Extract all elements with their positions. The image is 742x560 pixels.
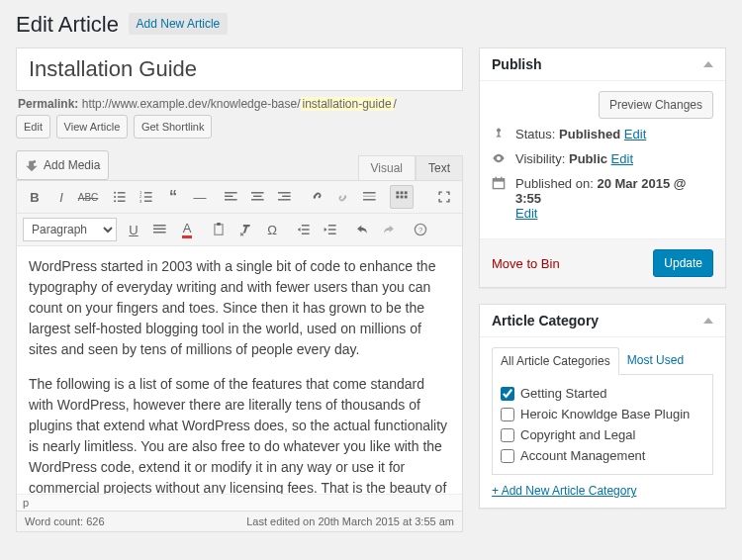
add-media-button[interactable]: Add Media <box>16 150 109 180</box>
svg-rect-24 <box>363 199 376 200</box>
undo-icon[interactable] <box>350 218 374 241</box>
publish-heading[interactable]: Publish <box>480 48 725 81</box>
svg-rect-47 <box>501 177 502 181</box>
category-heading[interactable]: Article Category <box>480 305 725 337</box>
svg-rect-39 <box>328 225 336 226</box>
add-new-category-link[interactable]: + Add New Article Category <box>492 484 636 498</box>
svg-rect-41 <box>328 233 336 234</box>
tab-most-used[interactable]: Most Used <box>619 347 692 374</box>
svg-rect-35 <box>217 223 221 226</box>
svg-rect-17 <box>253 196 261 197</box>
paste-text-icon[interactable] <box>207 218 231 241</box>
svg-rect-18 <box>251 199 264 200</box>
move-to-bin-link[interactable]: Move to Bin <box>492 256 560 271</box>
editor-content[interactable]: WordPress started in 2003 with a single … <box>17 246 462 494</box>
permalink-row: Permalink: http://www.example.dev/knowle… <box>18 97 461 111</box>
clear-formatting-icon[interactable] <box>233 218 257 241</box>
special-char-icon[interactable]: Ω <box>260 218 284 241</box>
svg-rect-16 <box>251 192 264 193</box>
tab-all-categories[interactable]: All Article Categories <box>492 347 619 375</box>
post-title-input[interactable] <box>16 47 463 91</box>
calendar-icon <box>492 176 508 193</box>
svg-rect-22 <box>363 192 376 193</box>
svg-rect-19 <box>278 192 291 193</box>
align-right-icon[interactable] <box>273 185 297 209</box>
category-checkbox[interactable] <box>501 428 514 442</box>
svg-rect-8 <box>144 192 152 193</box>
svg-rect-33 <box>153 232 166 233</box>
svg-rect-34 <box>215 225 223 235</box>
link-icon[interactable] <box>305 185 328 209</box>
numbered-list-icon[interactable]: 123 <box>135 185 158 209</box>
bullet-list-icon[interactable] <box>108 185 132 209</box>
edit-permalink-button[interactable]: Edit <box>16 115 50 139</box>
svg-text:3: 3 <box>139 199 142 204</box>
svg-rect-23 <box>363 196 376 197</box>
svg-rect-36 <box>302 225 310 226</box>
blockquote-icon[interactable]: “ <box>161 185 185 209</box>
strikethrough-icon[interactable]: ABC <box>76 185 100 209</box>
get-shortlink-button[interactable]: Get Shortlink <box>134 115 213 139</box>
svg-rect-45 <box>493 179 504 182</box>
permalink-slug[interactable]: installation-guide <box>301 97 394 111</box>
page-header: Edit Article Add New Article <box>16 12 726 38</box>
editor: B I ABC 123 “ — <box>16 180 463 532</box>
underline-icon[interactable]: U <box>122 218 145 241</box>
toolbar-toggle-icon[interactable] <box>390 185 414 209</box>
align-center-icon[interactable] <box>246 185 270 209</box>
svg-point-0 <box>33 160 36 163</box>
indent-icon[interactable] <box>319 218 342 241</box>
preview-changes-button[interactable]: Preview Changes <box>599 91 713 119</box>
update-button[interactable]: Update <box>653 249 713 277</box>
collapse-icon <box>703 61 713 67</box>
svg-rect-2 <box>118 192 126 193</box>
bold-icon[interactable]: B <box>23 185 46 209</box>
tab-text[interactable]: Text <box>416 155 463 180</box>
category-checkbox[interactable] <box>501 449 514 463</box>
collapse-icon <box>703 318 713 324</box>
unlink-icon[interactable] <box>331 185 355 209</box>
text-color-icon[interactable]: A <box>175 218 199 241</box>
redo-icon[interactable] <box>377 218 401 241</box>
align-left-icon[interactable] <box>220 185 243 209</box>
edit-status-link[interactable]: Edit <box>624 127 646 141</box>
fullscreen-icon[interactable] <box>432 185 456 209</box>
hr-icon[interactable]: — <box>188 185 212 209</box>
svg-rect-37 <box>302 229 310 230</box>
edit-visibility-link[interactable]: Edit <box>611 151 633 166</box>
category-item[interactable]: Copyright and Legal <box>501 424 704 445</box>
add-new-article-button[interactable]: Add New Article <box>129 13 229 35</box>
category-checkbox[interactable] <box>501 387 514 401</box>
svg-rect-25 <box>396 191 399 194</box>
svg-text:?: ? <box>418 226 422 234</box>
view-article-button[interactable]: View Article <box>56 115 129 139</box>
visibility-icon <box>492 151 508 168</box>
status-bar: Word count: 626 Last edited on 20th Marc… <box>17 511 462 531</box>
last-edited: Last edited on 20th March 2015 at 3:55 a… <box>246 515 454 527</box>
category-item[interactable]: Heroic Knowldge Base Plugin <box>501 404 704 424</box>
svg-rect-27 <box>405 191 408 194</box>
word-count: Word count: 626 <box>25 515 105 527</box>
element-path: p <box>17 494 462 511</box>
svg-rect-20 <box>282 196 290 197</box>
category-checkbox[interactable] <box>501 408 514 421</box>
svg-point-3 <box>114 196 116 198</box>
svg-rect-12 <box>144 201 152 202</box>
insert-more-icon[interactable] <box>358 185 382 209</box>
publish-box: Publish Preview Changes Status: Publishe… <box>479 47 726 288</box>
help-icon[interactable]: ? <box>409 218 432 241</box>
svg-rect-6 <box>118 201 126 202</box>
outdent-icon[interactable] <box>292 218 316 241</box>
svg-rect-4 <box>118 196 126 197</box>
category-item[interactable]: Getting Started <box>501 383 704 404</box>
tab-visual[interactable]: Visual <box>358 155 416 180</box>
format-select[interactable]: Paragraph <box>23 218 117 241</box>
svg-rect-26 <box>401 191 404 194</box>
svg-rect-46 <box>496 177 497 181</box>
svg-rect-29 <box>401 196 404 199</box>
category-item[interactable]: Account Management <box>501 445 704 466</box>
italic-icon[interactable]: I <box>49 185 73 209</box>
edit-date-link[interactable]: Edit <box>515 206 537 221</box>
align-justify-icon[interactable] <box>148 218 172 241</box>
page-title: Edit Article <box>16 12 119 38</box>
